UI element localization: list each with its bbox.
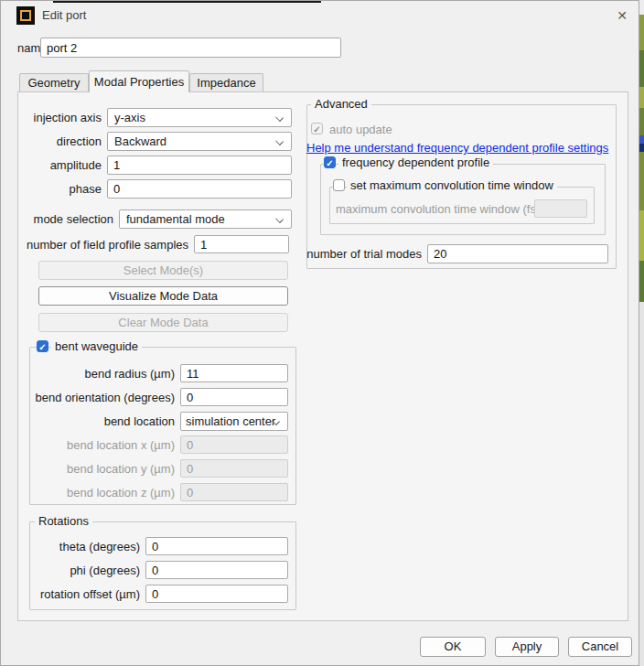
phi-label: phi (degrees) (31, 561, 140, 580)
window-title: Edit port (42, 8, 86, 22)
frequency-dependent-profile-label: frequency dependent profile (338, 156, 493, 170)
modal-properties-panel: injection axis y-axis direction Backward… (17, 91, 628, 621)
direction-select[interactable]: Backward (107, 132, 292, 151)
tab-modal-properties[interactable]: Modal Properties (89, 70, 189, 92)
max-convolution-label: maximum convolution time window (fs) (336, 199, 540, 219)
visualize-mode-data-button[interactable]: Visualize Mode Data (38, 286, 288, 306)
help-link[interactable]: Help me understand frequency dependent p… (306, 141, 608, 155)
bend-location-label: bend location (31, 412, 175, 431)
cancel-button[interactable]: Cancel (568, 637, 632, 657)
advanced-group-title: Advanced (311, 97, 371, 112)
bent-waveguide-group-title: bent waveguide (51, 339, 142, 354)
bend-location-value: simulation center (186, 414, 275, 428)
tab-impedance[interactable]: Impedance (189, 73, 263, 91)
max-convolution-input (534, 199, 587, 218)
phi-input[interactable] (145, 561, 288, 579)
bend-location-y-label: bend location y (µm) (31, 459, 175, 478)
phase-input[interactable] (107, 179, 292, 199)
rotations-group-title: Rotations (35, 514, 92, 529)
num-field-profile-samples-input[interactable] (194, 235, 289, 253)
injection-axis-label: injection axis (18, 108, 102, 127)
ok-button[interactable]: OK (420, 637, 486, 657)
theta-input[interactable] (145, 537, 288, 555)
direction-value: Backward (114, 134, 166, 148)
rotation-offset-label: rotation offset (µm) (31, 585, 140, 604)
bend-location-z-input (180, 483, 288, 501)
bend-radius-input[interactable] (180, 364, 288, 382)
background-window-edge (53, 1, 321, 3)
set-max-convolution-checkbox[interactable] (333, 179, 345, 191)
bend-location-z-label: bend location z (µm) (31, 483, 175, 502)
num-field-profile-samples-label: number of field profile samples (18, 235, 188, 254)
auto-update-checkbox: ✓ (311, 123, 323, 134)
auto-update-label: auto update (329, 120, 392, 139)
name-input[interactable] (40, 38, 341, 58)
amplitude-input[interactable] (107, 156, 292, 175)
bend-location-x-input (180, 435, 288, 454)
check-icon: ✓ (38, 341, 48, 353)
bend-orientation-input[interactable] (180, 388, 288, 406)
bent-waveguide-checkbox[interactable]: ✓ (37, 340, 48, 352)
chevron-down-icon (275, 137, 284, 145)
bend-location-y-input (180, 459, 288, 478)
close-icon[interactable]: ✕ (613, 6, 631, 25)
set-max-convolution-label: set maximum convolution time window (347, 178, 557, 193)
chevron-down-icon (275, 113, 284, 122)
background-app-strip (639, 0, 644, 666)
mode-selection-label: mode selection (18, 209, 113, 229)
chevron-down-icon (275, 215, 284, 223)
bend-location-select[interactable]: simulation center (180, 412, 288, 431)
direction-label: direction (18, 132, 102, 151)
port-app-icon (16, 6, 35, 25)
check-icon: ✓ (312, 124, 322, 135)
frequency-dependent-profile-checkbox[interactable]: ✓ (324, 156, 336, 168)
injection-axis-select[interactable]: y-axis (107, 108, 292, 127)
injection-axis-value: y-axis (114, 111, 145, 124)
tab-geometry[interactable]: Geometry (19, 73, 89, 91)
number-of-trial-modes-input[interactable] (427, 244, 608, 263)
bend-orientation-label: bend orientation (degrees) (31, 388, 175, 407)
amplitude-label: amplitude (18, 156, 102, 175)
theta-label: theta (degrees) (31, 537, 140, 556)
number-of-trial-modes-label: number of trial modes (306, 244, 422, 263)
check-icon: ✓ (325, 157, 335, 169)
edit-port-dialog: Edit port ✕ name Geometry Modal Properti… (0, 0, 639, 666)
bend-radius-label: bend radius (µm) (31, 364, 175, 383)
select-modes-button: Select Mode(s) (38, 261, 288, 280)
mode-selection-select[interactable]: fundamental mode (119, 209, 292, 229)
clear-mode-data-button: Clear Mode Data (38, 313, 288, 332)
mode-selection-value: fundamental mode (126, 212, 225, 226)
bend-location-x-label: bend location x (µm) (31, 435, 175, 455)
rotation-offset-input[interactable] (145, 585, 288, 603)
titlebar: Edit port ✕ (1, 1, 639, 29)
phase-label: phase (18, 179, 102, 199)
apply-button[interactable]: Apply (495, 637, 559, 657)
